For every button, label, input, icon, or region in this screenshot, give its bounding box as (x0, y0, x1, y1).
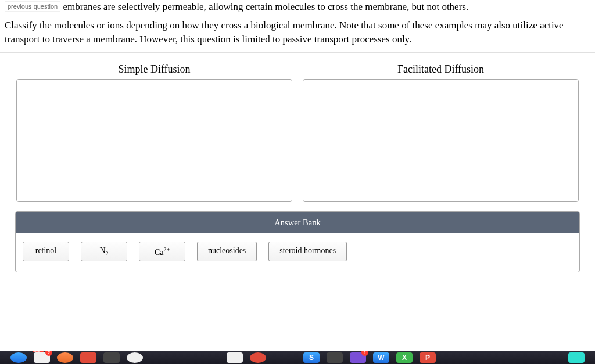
tile-n2[interactable]: N2 (81, 242, 127, 262)
dock-excel-icon[interactable]: X (396, 352, 413, 363)
tile-retinol[interactable]: retinol (23, 242, 69, 262)
previous-question-link[interactable]: previous question (5, 1, 60, 12)
dock-app-icon[interactable] (568, 352, 585, 363)
tile-steroid-hormones[interactable]: steroid hormones (268, 242, 347, 262)
dock-app-icon[interactable] (80, 352, 96, 363)
letter-icon: P (420, 352, 436, 363)
answer-bank: Answer Bank retinol N2 Ca2+ nucleosides … (15, 211, 580, 273)
dock-app-icon[interactable] (10, 352, 27, 363)
letter-icon: X (396, 352, 413, 363)
tile-n2-base: N (99, 246, 105, 255)
tile-ca2plus[interactable]: Ca2+ (139, 242, 185, 262)
dock-safari-icon[interactable] (127, 352, 143, 363)
calendar-month-label: OCT (33, 351, 44, 352)
letter-icon: S (303, 352, 320, 363)
dock-app-icon[interactable] (327, 352, 343, 363)
letter-icon: W (373, 352, 389, 363)
tile-ca-base: Ca (155, 247, 164, 256)
dock-app-icon[interactable] (250, 352, 266, 363)
column-facilitated-diffusion: Facilitated Diffusion (303, 63, 579, 202)
intro-text-1: embranes are selectively permeable, allo… (63, 1, 468, 12)
question-content: previous question embranes are selective… (0, 0, 595, 46)
dock-app-icon[interactable] (103, 352, 120, 363)
tile-n2-sub: 2 (106, 250, 109, 256)
dock-app-icon[interactable] (57, 352, 73, 363)
answer-bank-header: Answer Bank (16, 212, 579, 233)
tile-nucleosides[interactable]: nucleosides (197, 242, 257, 262)
column-simple-diffusion: Simple Diffusion (16, 63, 292, 202)
tile-ca-sup: 2+ (164, 246, 170, 253)
dock-calendar-icon[interactable]: 2 OCT (34, 352, 50, 363)
badge-icon: 2 (45, 351, 52, 356)
classification-area: Simple Diffusion Facilitated Diffusion (0, 53, 595, 211)
intro-text-2: Classify the molecules or ions depending… (5, 19, 589, 46)
answer-bank-body: retinol N2 Ca2+ nucleosides steroid horm… (16, 233, 579, 272)
dock-teams-icon[interactable]: 1 (350, 352, 366, 363)
macos-dock: 2 OCT S 1 W X P (0, 351, 595, 364)
dock-word-icon[interactable]: W (373, 352, 389, 363)
column-label-facilitated: Facilitated Diffusion (303, 63, 579, 75)
dock-skype-icon[interactable]: S (303, 352, 320, 363)
column-label-simple: Simple Diffusion (16, 63, 292, 75)
intro-line-1: previous question embranes are selective… (5, 1, 589, 13)
dropzone-facilitated-diffusion[interactable] (303, 79, 579, 202)
dock-powerpoint-icon[interactable]: P (420, 352, 436, 363)
dock-photos-icon[interactable] (227, 352, 243, 363)
dropzone-simple-diffusion[interactable] (16, 79, 292, 202)
badge-icon: 1 (361, 351, 368, 356)
